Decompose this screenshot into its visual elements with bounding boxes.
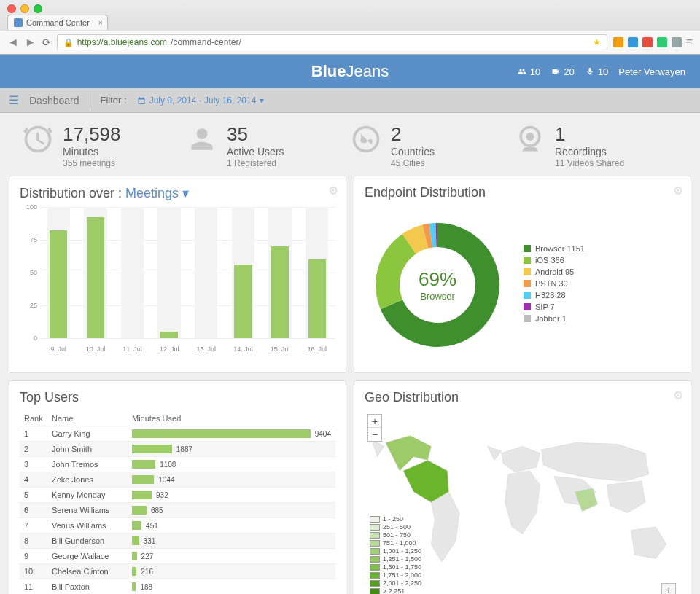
menu-icon[interactable]: ☰ xyxy=(9,93,19,107)
endpoint-title: Endpoint Distribution xyxy=(365,185,680,200)
legend-item: 1,501 - 1,750 xyxy=(370,563,421,571)
divider xyxy=(90,93,90,108)
stat-users: 35 Active Users 1 Registered xyxy=(186,123,350,168)
geo-title: Geo Distribution xyxy=(365,390,680,405)
stat-label: Active Users xyxy=(227,146,284,157)
table-row[interactable]: 4Zeke Jones1044 xyxy=(20,472,335,488)
legend-item[interactable]: Browser 1151 xyxy=(524,244,585,253)
ext-icon[interactable] xyxy=(613,37,623,47)
geo-map[interactable]: + − xyxy=(365,411,680,594)
legend-item[interactable]: Android 95 xyxy=(524,267,585,276)
table-row[interactable]: 8Bill Gunderson331 xyxy=(20,534,335,549)
header-audio[interactable]: 10 xyxy=(585,66,608,77)
ext-icon[interactable] xyxy=(642,37,653,47)
chrome-menu-icon[interactable]: ≡ xyxy=(686,36,693,49)
legend-item[interactable]: SIP 7 xyxy=(524,302,585,311)
geo-legend: 1 - 250251 - 500501 - 750751 - 1,0001,00… xyxy=(368,513,424,594)
bar[interactable] xyxy=(151,207,188,338)
extension-icons: ≡ xyxy=(613,36,693,49)
col-minutes: Minutes Used xyxy=(128,411,335,426)
top-users-panel: Top Users Rank Name Minutes Used 1Garry … xyxy=(9,380,346,594)
map-expand-button[interactable]: + xyxy=(661,583,676,594)
clock-icon xyxy=(22,123,54,155)
stat-recordings: 1 Recordings 11 Videos Shared xyxy=(514,123,678,168)
bar[interactable] xyxy=(262,207,299,338)
ext-icon[interactable] xyxy=(628,37,638,47)
legend-item[interactable]: iOS 366 xyxy=(524,256,585,265)
bar[interactable] xyxy=(188,207,225,338)
window-close[interactable] xyxy=(7,4,16,13)
donut-center: 69% Browser xyxy=(419,268,456,302)
filter-date-range[interactable]: July 9, 2014 - July 16, 2014 ▾ xyxy=(137,95,265,106)
table-row[interactable]: 10Chelsea Clinton216 xyxy=(20,564,335,579)
donut-chart: 69% Browser xyxy=(365,212,510,358)
ext-icon[interactable] xyxy=(672,37,682,47)
legend-item: 1,751 - 2,000 xyxy=(370,571,421,579)
url-path: /command-center/ xyxy=(171,37,241,47)
donut-wrap: 69% Browser Browser 1151iOS 366Android 9… xyxy=(365,206,680,364)
nav-forward-icon[interactable]: ► xyxy=(25,36,36,49)
tab-bar: Command Center × xyxy=(0,15,700,30)
table-row[interactable]: 3John Tremos1108 xyxy=(20,457,335,472)
star-icon[interactable]: ★ xyxy=(593,37,601,47)
zoom-controls: + − xyxy=(368,414,382,442)
tab-close-icon[interactable]: × xyxy=(98,18,102,27)
legend-item: 1,001 - 1,250 xyxy=(370,547,421,555)
gear-icon[interactable]: ⚙ xyxy=(673,184,683,198)
stat-sub: 11 Videos Shared xyxy=(555,158,624,168)
table-row[interactable]: 2John Smith1887 xyxy=(20,442,335,457)
header-video[interactable]: 20 xyxy=(551,66,574,77)
browser-tab[interactable]: Command Center × xyxy=(7,15,108,30)
zoom-in-button[interactable]: + xyxy=(368,415,381,428)
filter-label: Filter : xyxy=(101,95,127,106)
zoom-out-button[interactable]: − xyxy=(368,428,381,441)
legend-item[interactable]: PSTN 30 xyxy=(524,279,585,288)
legend-item: 1,251 - 1,500 xyxy=(370,555,421,563)
header-right: 10 20 10 Peter Verwayen xyxy=(517,66,685,77)
legend-item[interactable]: H323 28 xyxy=(524,291,585,300)
bar[interactable] xyxy=(298,207,335,338)
distribution-title: Distribution over : Meetings ▾ xyxy=(20,185,335,201)
user-icon xyxy=(186,123,218,155)
svg-point-2 xyxy=(526,133,534,141)
window-controls xyxy=(0,0,700,15)
legend-item: 751 - 1,000 xyxy=(370,539,421,547)
donut-slice[interactable] xyxy=(376,234,416,309)
table-row[interactable]: 9George Wallace227 xyxy=(20,549,335,564)
table-row[interactable]: 11Bill Paxton188 xyxy=(20,579,335,595)
header-user[interactable]: Peter Verwayen xyxy=(618,66,685,77)
table-row[interactable]: 1Garry King9404 xyxy=(20,426,335,442)
nav-back-icon[interactable]: ◄ xyxy=(7,36,19,49)
reload-icon[interactable]: ⟳ xyxy=(42,36,51,48)
window-minimize[interactable] xyxy=(20,4,29,13)
users-table: Rank Name Minutes Used 1Garry King94042J… xyxy=(20,411,335,594)
legend-item[interactable]: Jabber 1 xyxy=(524,314,585,323)
table-row[interactable]: 5Kenny Monday932 xyxy=(20,488,335,503)
legend-item: 1 - 250 xyxy=(370,515,421,523)
tab-favicon-icon xyxy=(14,18,23,27)
bar[interactable] xyxy=(40,207,77,338)
table-row[interactable]: 6Serena Williams685 xyxy=(20,503,335,518)
legend-item: > 2,251 xyxy=(370,587,421,594)
url-bar: ◄ ► ⟳ 🔒 https://a.bluejeans.com/command-… xyxy=(0,30,700,54)
stat-label: Minutes xyxy=(63,146,121,157)
bar[interactable] xyxy=(114,207,151,338)
header-participants[interactable]: 10 xyxy=(517,66,540,77)
bar-chart: 02550751009. Jul10. Jul11. Jul12. Jul13.… xyxy=(20,207,335,353)
chevron-down-icon: ▾ xyxy=(182,186,189,200)
gear-icon[interactable]: ⚙ xyxy=(673,388,683,402)
donut-percent: 69% xyxy=(419,268,456,291)
ext-icon[interactable] xyxy=(657,37,667,47)
bar[interactable] xyxy=(225,207,262,338)
gear-icon[interactable]: ⚙ xyxy=(328,184,338,198)
lock-icon: 🔒 xyxy=(63,38,74,47)
url-domain: https://a.bluejeans.com xyxy=(77,37,167,47)
distribution-dropdown[interactable]: Meetings ▾ xyxy=(125,186,189,200)
stat-value: 1 xyxy=(555,123,624,146)
endpoint-panel: ⚙ Endpoint Distribution 69% Browser Brow… xyxy=(354,176,691,373)
url-field[interactable]: 🔒 https://a.bluejeans.com/command-center… xyxy=(57,34,607,50)
table-row[interactable]: 7Venus Williams451 xyxy=(20,518,335,534)
browser-chrome: Command Center × ◄ ► ⟳ 🔒 https://a.bluej… xyxy=(0,0,700,55)
bar[interactable] xyxy=(77,207,114,338)
window-maximize[interactable] xyxy=(34,4,42,13)
